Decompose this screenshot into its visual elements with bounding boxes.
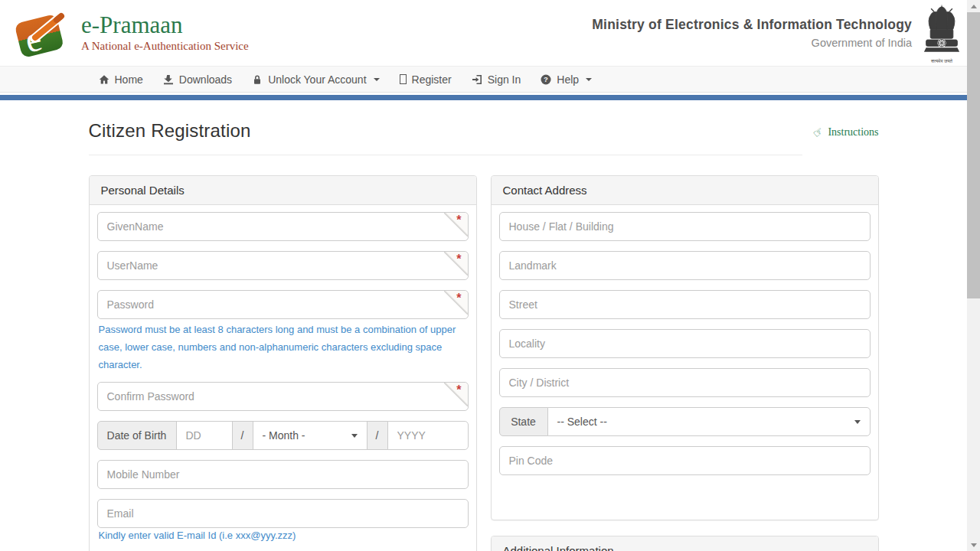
house-input[interactable] — [499, 212, 871, 241]
dob-separator: / — [232, 421, 253, 450]
scrollbar-thumb[interactable] — [967, 12, 980, 298]
home-icon — [99, 74, 109, 85]
sign-in-icon — [472, 74, 482, 85]
chevron-down-icon — [854, 420, 861, 424]
nav-register[interactable]: Register — [390, 67, 462, 92]
scroll-up-icon — [971, 5, 977, 8]
nav-downloads-label: Downloads — [179, 73, 232, 86]
download-icon — [163, 74, 174, 85]
ministry-title: Ministry of Electronics & Information Te… — [592, 17, 912, 33]
dob-separator: / — [367, 421, 388, 450]
mobile-number-input[interactable] — [97, 460, 469, 489]
help-icon: ? — [541, 74, 551, 85]
main-content: Citizen Registration ☞ Instructions Pers… — [89, 120, 879, 551]
dob-label: Date of Birth — [97, 421, 177, 450]
additional-information-heading: Additional Information — [492, 536, 878, 551]
email-hint: Kindly enter valid E-mail Id (i.e xxx@yy… — [99, 527, 469, 545]
dob-day-input[interactable] — [176, 421, 233, 450]
confirm-password-input[interactable] — [97, 382, 469, 411]
nav-unlock-account-label: Unlock Your Account — [268, 73, 366, 86]
main-nav: Home Downloads Unlock Your Account R — [0, 66, 967, 93]
register-icon — [400, 74, 407, 84]
chevron-down-icon — [586, 78, 592, 81]
scroll-down-button[interactable] — [967, 539, 980, 551]
nav-sign-in-label: Sign In — [488, 73, 521, 86]
dob-month-value: - Month - — [263, 429, 305, 442]
nav-help[interactable]: ? Help — [531, 67, 602, 92]
scroll-down-icon — [971, 543, 977, 547]
hand-pointer-icon: ☞ — [810, 124, 827, 141]
brand[interactable]: e e-Pramaan A National e-Authentication … — [11, 6, 592, 60]
chevron-down-icon — [374, 78, 380, 81]
state-select[interactable]: -- Select -- — [547, 407, 871, 436]
government-of-india-label: Government of India — [592, 37, 912, 49]
emblem-caption: सत्यमेव जयते — [923, 59, 961, 64]
brand-subtitle: A National e-Authentication Service — [81, 40, 249, 53]
contact-address-panel: Contact Address — [491, 175, 879, 520]
dob-group: Date of Birth / - Month - / — [97, 421, 469, 450]
given-name-input[interactable] — [97, 212, 469, 241]
state-select-value: -- Select -- — [557, 416, 607, 428]
lock-icon — [252, 74, 263, 85]
nav-register-label: Register — [412, 73, 452, 86]
svg-text:?: ? — [544, 75, 548, 83]
pin-code-input[interactable] — [499, 446, 871, 475]
nav-unlock-account[interactable]: Unlock Your Account — [242, 67, 389, 92]
username-input[interactable] — [97, 251, 469, 280]
personal-details-panel: Personal Details * * * — [89, 175, 477, 551]
scroll-up-button[interactable] — [967, 0, 980, 12]
national-emblem: सत्यमेव जयते — [923, 3, 961, 64]
additional-information-panel: Additional Information — [491, 536, 879, 551]
accent-bar — [0, 95, 967, 100]
nav-home[interactable]: Home — [89, 67, 153, 92]
dob-year-input[interactable] — [387, 421, 469, 450]
nav-help-label: Help — [557, 73, 579, 86]
page-title: Citizen Registration — [89, 120, 802, 142]
nav-sign-in[interactable]: Sign In — [462, 67, 531, 92]
site-header: e e-Pramaan A National e-Authentication … — [0, 0, 967, 66]
chevron-down-icon — [351, 434, 358, 438]
brand-title: e-Pramaan — [81, 13, 249, 38]
landmark-input[interactable] — [499, 251, 871, 280]
national-emblem-icon — [923, 3, 961, 58]
nav-home-label: Home — [115, 73, 143, 86]
nav-downloads[interactable]: Downloads — [153, 67, 242, 92]
street-input[interactable] — [499, 290, 871, 319]
instructions-link[interactable]: ☞ Instructions — [813, 126, 879, 139]
email-input[interactable] — [97, 499, 469, 528]
epramaan-logo-icon: e — [11, 6, 72, 60]
browser-viewport: e e-Pramaan A National e-Authentication … — [0, 0, 980, 551]
instructions-label: Instructions — [828, 126, 878, 139]
contact-address-heading: Contact Address — [492, 176, 878, 205]
state-group: State -- Select -- — [499, 407, 871, 436]
locality-input[interactable] — [499, 329, 871, 358]
password-hint: Password must be at least 8 characters l… — [99, 321, 469, 373]
dob-month-select[interactable]: - Month - — [253, 421, 368, 450]
vertical-scrollbar[interactable] — [967, 0, 980, 551]
city-district-input[interactable] — [499, 368, 871, 397]
state-label: State — [499, 407, 548, 436]
password-input[interactable] — [97, 290, 469, 319]
personal-details-heading: Personal Details — [90, 176, 476, 205]
